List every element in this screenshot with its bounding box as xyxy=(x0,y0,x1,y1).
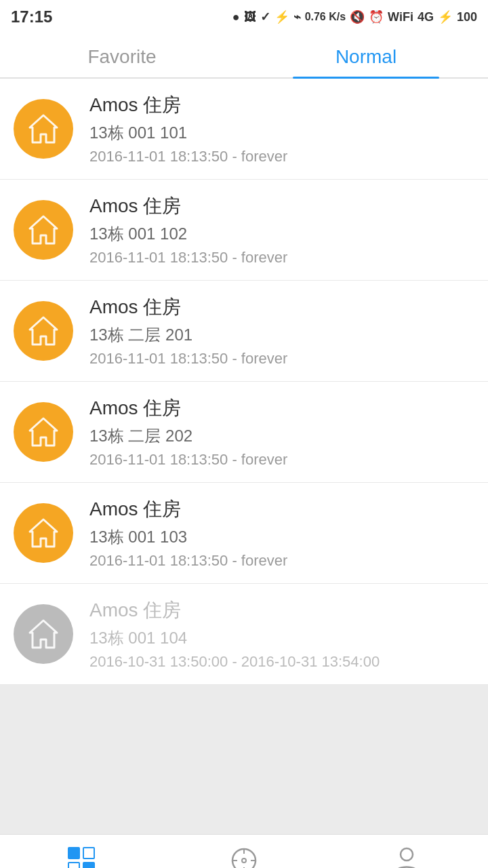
sq3 xyxy=(68,862,80,869)
tab-bar: Favorite Normal xyxy=(0,34,488,79)
cell-icon: 4G xyxy=(418,10,434,24)
card-list: Amos 住房 13栋 001 101 2016-11-01 18:13:50 … xyxy=(0,79,488,685)
bottom-nav: Room card Find Account xyxy=(0,834,488,868)
empty-area xyxy=(0,685,488,834)
item-title: Amos 住房 xyxy=(89,496,287,522)
list-item[interactable]: Amos 住房 13栋 二层 201 2016-11-01 18:13:50 -… xyxy=(0,281,488,382)
image-icon: 🖼 xyxy=(244,10,256,24)
house-icon-circle xyxy=(14,200,73,260)
tab-favorite[interactable]: Favorite xyxy=(0,34,244,77)
status-icons: ● 🖼 ✓ ⚡ ⌁ 0.76 K/s 🔇 ⏰ WiFi 4G ⚡ 100 xyxy=(232,9,477,24)
battery-icon: ⚡ xyxy=(438,9,453,24)
sq4 xyxy=(83,862,95,869)
item-subtitle: 13栋 二层 202 xyxy=(89,425,287,447)
tab-normal[interactable]: Normal xyxy=(244,34,488,77)
list-item[interactable]: Amos 住房 13栋 001 104 2016-10-31 13:50:00 … xyxy=(0,584,488,685)
svg-point-1 xyxy=(242,859,246,863)
house-icon-circle xyxy=(14,402,73,462)
item-info: Amos 住房 13栋 001 101 2016-11-01 18:13:50 … xyxy=(89,92,287,165)
item-subtitle: 13栋 001 102 xyxy=(89,223,287,245)
house-icon-circle xyxy=(14,99,73,159)
item-info: Amos 住房 13栋 001 103 2016-11-01 18:13:50 … xyxy=(89,496,287,570)
item-title: Amos 住房 xyxy=(89,92,287,118)
item-info: Amos 住房 13栋 001 102 2016-11-01 18:13:50 … xyxy=(89,193,287,267)
alarm-icon: ⏰ xyxy=(369,9,384,24)
item-subtitle: 13栋 001 103 xyxy=(89,526,287,548)
room-card-icon xyxy=(66,846,96,869)
compass-icon xyxy=(229,846,259,869)
item-title: Amos 住房 xyxy=(89,395,287,421)
item-title: Amos 住房 xyxy=(89,193,287,219)
item-date: 2016-11-01 18:13:50 - forever xyxy=(89,350,287,368)
usb-icon: ⌁ xyxy=(293,9,301,24)
status-time: 17:15 xyxy=(11,7,52,26)
item-date: 2016-11-01 18:13:50 - forever xyxy=(89,249,287,267)
item-date: 2016-10-31 13:50:00 - 2016-10-31 13:54:0… xyxy=(89,653,380,671)
person-icon xyxy=(392,846,422,869)
nav-account[interactable]: Account xyxy=(325,835,488,868)
battery-level: 100 xyxy=(457,10,477,24)
list-item[interactable]: Amos 住房 13栋 001 101 2016-11-01 18:13:50 … xyxy=(0,79,488,180)
item-date: 2016-11-01 18:13:50 - forever xyxy=(89,148,287,165)
status-bar: 17:15 ● 🖼 ✓ ⚡ ⌁ 0.76 K/s 🔇 ⏰ WiFi 4G ⚡ 1… xyxy=(0,0,488,34)
svg-point-6 xyxy=(401,848,413,861)
wifi-icon: WiFi xyxy=(388,10,413,24)
house-icon-circle xyxy=(14,604,73,664)
item-date: 2016-11-01 18:13:50 - forever xyxy=(89,451,287,469)
signal-icon: ● xyxy=(232,10,240,24)
check-icon: ✓ xyxy=(260,9,270,24)
item-subtitle: 13栋 001 104 xyxy=(89,627,380,649)
item-date: 2016-11-01 18:13:50 - forever xyxy=(89,552,287,570)
sq2 xyxy=(83,847,95,859)
nav-room-card[interactable]: Room card xyxy=(0,835,163,868)
item-title: Amos 住房 xyxy=(89,294,287,320)
house-icon-circle xyxy=(14,503,73,563)
house-icon-circle xyxy=(14,301,73,361)
list-item[interactable]: Amos 住房 13栋 二层 202 2016-11-01 18:13:50 -… xyxy=(0,382,488,483)
mute-icon: 🔇 xyxy=(350,9,365,24)
list-item[interactable]: Amos 住房 13栋 001 103 2016-11-01 18:13:50 … xyxy=(0,483,488,584)
sq1 xyxy=(68,847,80,859)
item-subtitle: 13栋 二层 201 xyxy=(89,324,287,346)
list-item[interactable]: Amos 住房 13栋 001 102 2016-11-01 18:13:50 … xyxy=(0,180,488,281)
network-icon: ⚡ xyxy=(274,9,289,24)
nav-find[interactable]: Find xyxy=(163,835,325,868)
item-title: Amos 住房 xyxy=(89,597,380,623)
item-info: Amos 住房 13栋 001 104 2016-10-31 13:50:00 … xyxy=(89,597,380,671)
item-info: Amos 住房 13栋 二层 202 2016-11-01 18:13:50 -… xyxy=(89,395,287,469)
data-speed: 0.76 K/s xyxy=(305,11,346,23)
item-info: Amos 住房 13栋 二层 201 2016-11-01 18:13:50 -… xyxy=(89,294,287,368)
item-subtitle: 13栋 001 101 xyxy=(89,122,287,144)
